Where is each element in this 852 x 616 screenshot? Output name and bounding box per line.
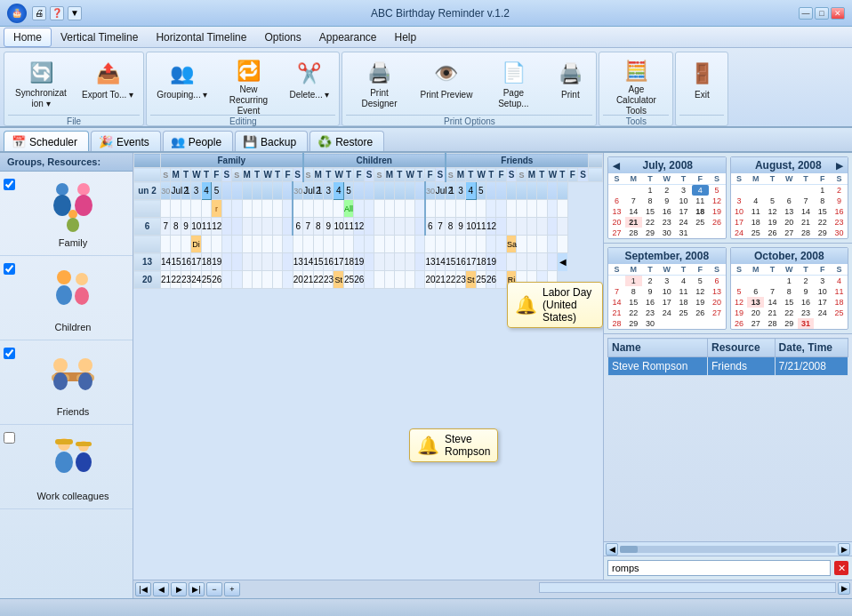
scroll-track — [620, 546, 836, 553]
status-bar — [0, 598, 852, 616]
exit-label: Exit — [695, 90, 710, 100]
menu-horizontal-timeline[interactable]: Horizontal Timeline — [147, 28, 255, 46]
svg-point-5 — [67, 218, 79, 232]
age-calc-button[interactable]: 🧮 Age Calculator Tools — [603, 56, 669, 113]
svg-point-3 — [75, 195, 92, 216]
oct-title: October, 2008 — [754, 250, 824, 262]
week-num-header — [134, 168, 161, 182]
sync-button[interactable]: 🔄 Synchronization ▾ — [8, 56, 74, 113]
svg-point-9 — [75, 287, 89, 305]
family-checkbox[interactable] — [4, 179, 15, 190]
menu-vertical-timeline[interactable]: Vertical Timeline — [52, 28, 147, 46]
menu-help[interactable]: Help — [386, 28, 426, 46]
search-clear-button[interactable]: ✕ — [834, 561, 848, 575]
sidebar-item-children[interactable]: Children — [0, 256, 133, 340]
sidebar-item-family[interactable]: Family — [0, 172, 133, 256]
ribbon-tools-label: Tools — [603, 115, 669, 128]
quick-btn-3[interactable]: ▼ — [68, 6, 82, 20]
nav-last[interactable]: ▶| — [189, 582, 205, 596]
backup-tab-icon: 💾 — [243, 135, 257, 148]
july-title: July, 2008 — [643, 159, 693, 172]
tab-bar: 📅 Scheduler 🎉 Events 👥 People 💾 Backup ♻… — [0, 128, 852, 153]
maximize-button[interactable]: □ — [815, 7, 829, 20]
tab-scheduler[interactable]: 📅 Scheduler — [4, 131, 89, 151]
quick-btn-1[interactable]: 🖨 — [32, 6, 46, 20]
restore-tab-icon: ♻️ — [317, 135, 332, 148]
events-tab-icon: 🎉 — [99, 135, 113, 148]
tab-people[interactable]: 👥 People — [163, 131, 233, 151]
august-next[interactable]: ▶ — [833, 161, 846, 171]
print-designer-icon: 🖨️ — [365, 60, 393, 86]
sidebar-title: Groups, Resources: — [0, 153, 133, 172]
new-recurring-button[interactable]: 🔁 New Recurring Event — [215, 56, 281, 113]
scroll-left-btn[interactable]: ◀ — [606, 543, 618, 556]
delete-button[interactable]: ✂️ Delete... ▾ — [283, 56, 335, 113]
bottom-scrollbar[interactable] — [539, 582, 836, 593]
print-button[interactable]: 🖨️ Print — [548, 56, 592, 113]
ribbon-group-tools: 🧮 Age Calculator Tools Tools — [599, 52, 673, 126]
sep-header: September, 2008 — [608, 248, 726, 264]
list-item[interactable]: Steve Rompson Friends 7/21/2008 — [608, 357, 848, 376]
nav-minus[interactable]: − — [206, 582, 222, 596]
july-prev[interactable]: ◀ — [610, 161, 623, 171]
print-preview-button[interactable]: 👁️ Print Preview — [414, 56, 478, 113]
scroll-thumb[interactable] — [620, 546, 638, 553]
search-input[interactable] — [607, 560, 831, 576]
page-setup-button[interactable]: 📄 Page Setup... — [480, 56, 546, 113]
bottom-scroll-right[interactable]: ▶ — [838, 582, 850, 595]
grouping-label: Grouping... ▾ — [157, 90, 207, 100]
children-checkbox[interactable] — [4, 263, 15, 275]
exit-button[interactable]: 🚪 Exit — [679, 56, 724, 113]
work-icon — [44, 432, 101, 489]
children-icon — [44, 263, 101, 320]
delete-icon: ✂️ — [295, 60, 324, 88]
friends-checkbox[interactable] — [4, 348, 15, 359]
table-row: 6 7 8 9 10 11 12 — [134, 218, 603, 236]
people-tab-icon: 👥 — [171, 135, 185, 148]
print-icon: 🖨️ — [556, 60, 584, 88]
nav-plus[interactable]: + — [224, 582, 240, 596]
sidebar-item-friends[interactable]: Friends — [0, 340, 133, 425]
nav-first[interactable]: |◀ — [135, 582, 151, 596]
july-grid: SMTWTFS 1 2 3 4 5 6 7 8 — [608, 173, 726, 238]
tab-restore[interactable]: ♻️ Restore — [309, 131, 384, 151]
sync-icon: 🔄 — [27, 60, 55, 86]
close-button[interactable]: ✕ — [831, 7, 845, 20]
menu-home[interactable]: Home — [4, 28, 52, 47]
title-bar: 🎂 🖨 ❓ ▼ ABC Birthday Reminder v.1.2 — □ … — [0, 0, 852, 27]
ribbon-group-print: 🖨️ Print Designer 👁️ Print Preview 📄 Pag… — [342, 52, 597, 126]
scroll-right-btn[interactable]: ▶ — [838, 543, 850, 556]
resource-column-header: Resource — [707, 339, 775, 357]
ribbon: 🔄 Synchronization ▾ 📤 Export To... ▾ Fil… — [0, 48, 852, 128]
ribbon-group-exit: 🚪 Exit — [675, 52, 728, 126]
right-panel: ◀ July, 2008 SMTWTFS 1 2 3 — [603, 153, 852, 580]
new-recurring-label: New Recurring Event — [221, 84, 275, 116]
quick-btn-2[interactable]: ❓ — [50, 6, 64, 20]
backup-tab-label: Backup — [261, 136, 296, 148]
export-button[interactable]: 📤 Export To... ▾ — [76, 56, 140, 113]
nav-prev[interactable]: ◀ — [153, 582, 169, 596]
minimize-button[interactable]: — — [799, 7, 813, 20]
menu-options[interactable]: Options — [255, 28, 309, 46]
event-list: Name Resource Date, Time Steve Rompson F… — [604, 334, 852, 541]
grouping-button[interactable]: 👥 Grouping... ▾ — [150, 56, 213, 113]
ribbon-print-label: Print Options — [346, 115, 592, 128]
menu-appearance[interactable]: Appearance — [310, 28, 386, 46]
table-row: r — [134, 200, 603, 218]
ribbon-editing-label: Editing — [150, 115, 335, 128]
print-designer-button[interactable]: 🖨️ Print Designer — [346, 56, 412, 113]
sidebar-item-work[interactable]: Work colleagues — [0, 425, 133, 509]
tab-backup[interactable]: 💾 Backup — [235, 131, 308, 151]
ribbon-editing-buttons: 👥 Grouping... ▾ 🔁 New Recurring Event ✂️… — [150, 54, 335, 115]
mini-cal-top-row: ◀ July, 2008 SMTWTFS 1 2 3 — [604, 153, 852, 244]
svg-point-19 — [55, 452, 73, 473]
event-name: Steve Rompson — [608, 357, 708, 376]
nav-next[interactable]: ▶ — [171, 582, 187, 596]
work-checkbox[interactable] — [4, 432, 15, 444]
export-label: Export To... ▾ — [82, 90, 133, 100]
scheduler-grid[interactable]: Family Children Friends SMTWTFS SMTWTFS — [133, 153, 603, 580]
corner-cell — [134, 154, 161, 168]
restore-tab-label: Restore — [335, 136, 373, 148]
export-icon: 📤 — [93, 60, 122, 88]
tab-events[interactable]: 🎉 Events — [91, 131, 161, 151]
